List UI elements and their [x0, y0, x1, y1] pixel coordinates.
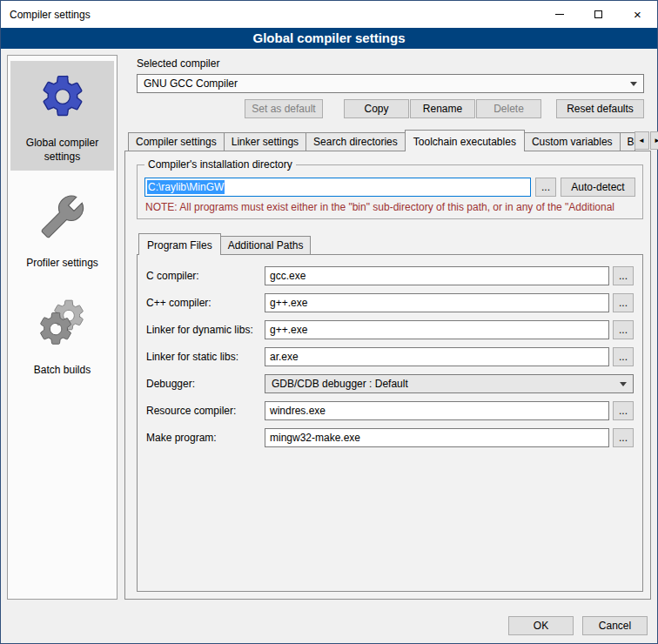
title-bar: Compiler settings ×: [1, 1, 657, 28]
sidebar-item-global-compiler-settings[interactable]: Global compiler settings: [10, 61, 114, 171]
selected-compiler-dropdown[interactable]: GNU GCC Compiler: [137, 74, 644, 93]
dialog-content: Global compiler settings Profiler settin…: [1, 49, 657, 608]
browse-c-compiler-button[interactable]: ...: [613, 266, 634, 285]
compiler-settings-dialog: Compiler settings × Global compiler sett…: [0, 0, 658, 644]
form-row-make-program: Make program: mingw32-make.exe ...: [146, 428, 634, 447]
rename-button[interactable]: Rename: [410, 99, 475, 118]
cpp-compiler-value: g++.exe: [270, 297, 307, 309]
browse-make-program-button[interactable]: ...: [613, 428, 634, 447]
program-files-panel: C compiler: gcc.exe ... C++ compiler: g+…: [137, 254, 643, 592]
tab-search-directories[interactable]: Search directories: [306, 132, 406, 151]
dynamic-linker-label: Linker for dynamic libs:: [146, 324, 265, 336]
tab-scroll-left-button[interactable]: ◄: [634, 131, 649, 150]
form-row-debugger: Debugger: GDB/CDB debugger : Default: [146, 374, 634, 393]
form-row-c-compiler: C compiler: gcc.exe ...: [146, 266, 634, 285]
c-compiler-value: gcc.exe: [270, 270, 306, 282]
make-program-input[interactable]: mingw32-make.exe: [265, 428, 609, 447]
tab-program-files[interactable]: Program Files: [138, 233, 221, 255]
tab-compiler-settings[interactable]: Compiler settings: [128, 132, 225, 151]
browse-dynamic-linker-button[interactable]: ...: [613, 320, 634, 339]
profiler-tool-icon: [36, 190, 90, 244]
browse-install-dir-button[interactable]: ...: [535, 178, 556, 197]
minimize-button[interactable]: [540, 1, 579, 28]
bin-subdirectory-note: NOTE: All programs must exist either in …: [145, 201, 635, 213]
form-row-dynamic-linker: Linker for dynamic libs: g++.exe ...: [146, 320, 634, 339]
make-program-value: mingw32-make.exe: [270, 432, 360, 444]
static-linker-label: Linker for static libs:: [146, 351, 265, 363]
scroll-left-icon: ◄: [638, 138, 645, 144]
browse-resource-compiler-button[interactable]: ...: [613, 401, 634, 420]
sidebar-item-label: Profiler settings: [26, 256, 98, 270]
scroll-right-icon: ►: [654, 138, 658, 144]
tab-build-options[interactable]: Build: [620, 132, 635, 151]
cancel-button[interactable]: Cancel: [582, 616, 648, 635]
tab-custom-variables[interactable]: Custom variables: [524, 132, 621, 151]
chevron-down-icon: [620, 382, 627, 386]
sidebar-item-profiler-settings[interactable]: Profiler settings: [10, 181, 114, 277]
copy-button[interactable]: Copy: [344, 99, 409, 118]
maximize-icon: [594, 10, 602, 18]
cpp-compiler-label: C++ compiler:: [146, 297, 265, 309]
resource-compiler-value: windres.exe: [270, 405, 326, 417]
dynamic-linker-value: g++.exe: [270, 324, 307, 336]
debugger-value: GDB/CDB debugger : Default: [272, 378, 408, 390]
close-icon: ×: [634, 8, 641, 21]
installation-directory-value: C:\raylib\MinGW: [147, 180, 225, 194]
compiler-actions: Set as default Copy Rename Delete Reset …: [137, 99, 644, 118]
gear-icon: [36, 70, 90, 124]
c-compiler-input[interactable]: gcc.exe: [265, 266, 609, 285]
form-row-cpp-compiler: C++ compiler: g++.exe ...: [146, 293, 634, 312]
static-linker-value: ar.exe: [270, 351, 299, 363]
close-button[interactable]: ×: [618, 1, 657, 28]
delete-button[interactable]: Delete: [476, 99, 541, 118]
dynamic-linker-input[interactable]: g++.exe: [265, 320, 609, 339]
resource-compiler-label: Resource compiler:: [146, 405, 265, 417]
settings-sidebar: Global compiler settings Profiler settin…: [7, 55, 118, 600]
settings-tab-strip: Compiler settings Linker settings Search…: [124, 130, 651, 151]
tab-scroll-right-button[interactable]: ►: [650, 131, 658, 150]
cpp-compiler-input[interactable]: g++.exe: [265, 293, 609, 312]
tab-scrollers: ◄ ►: [634, 131, 658, 151]
toolchain-executables-panel: Compiler's installation directory C:\ray…: [124, 151, 651, 600]
tab-toolchain-executables[interactable]: Toolchain executables: [405, 130, 525, 151]
installation-directory-title: Compiler's installation directory: [144, 158, 296, 171]
tab-additional-paths[interactable]: Additional Paths: [220, 236, 312, 254]
installation-directory-row: C:\raylib\MinGW ... Auto-detect: [144, 178, 635, 197]
browse-static-linker-button[interactable]: ...: [613, 347, 634, 366]
maximize-button[interactable]: [579, 1, 618, 28]
program-files-tab-strip: Program Files Additional Paths: [137, 233, 643, 254]
set-as-default-button[interactable]: Set as default: [245, 99, 323, 118]
browse-cpp-compiler-button[interactable]: ...: [613, 293, 634, 312]
auto-detect-button[interactable]: Auto-detect: [561, 178, 635, 197]
selected-compiler-value: GNU GCC Compiler: [144, 77, 238, 90]
debugger-label: Debugger:: [146, 378, 265, 390]
ok-button[interactable]: OK: [508, 616, 574, 635]
main-panel: Selected compiler GNU GCC Compiler Set a…: [124, 55, 651, 600]
sidebar-item-label: Batch builds: [34, 363, 91, 377]
sidebar-item-batch-builds[interactable]: Batch builds: [10, 288, 114, 384]
c-compiler-label: C compiler:: [146, 270, 265, 282]
debugger-dropdown[interactable]: GDB/CDB debugger : Default: [265, 374, 634, 393]
dialog-footer: OK Cancel: [1, 608, 657, 643]
chevron-down-icon: [630, 82, 637, 86]
installation-directory-input[interactable]: C:\raylib\MinGW: [144, 178, 531, 197]
sidebar-item-label: Global compiler settings: [12, 136, 112, 164]
static-linker-input[interactable]: ar.exe: [265, 347, 609, 366]
installation-directory-group: Compiler's installation directory C:\ray…: [137, 164, 643, 219]
selected-compiler-label: Selected compiler: [137, 57, 651, 70]
minimize-icon: [555, 14, 564, 15]
resource-compiler-input[interactable]: windres.exe: [265, 401, 609, 420]
dialog-header: Global compiler settings: [1, 28, 657, 49]
tab-linker-settings[interactable]: Linker settings: [224, 132, 306, 151]
form-row-static-linker: Linker for static libs: ar.exe ...: [146, 347, 634, 366]
batch-gears-icon: [36, 297, 90, 351]
window-title: Compiler settings: [1, 1, 540, 28]
reset-defaults-button[interactable]: Reset defaults: [556, 99, 644, 118]
form-row-resource-compiler: Resource compiler: windres.exe ...: [146, 401, 634, 420]
make-program-label: Make program:: [146, 432, 265, 444]
